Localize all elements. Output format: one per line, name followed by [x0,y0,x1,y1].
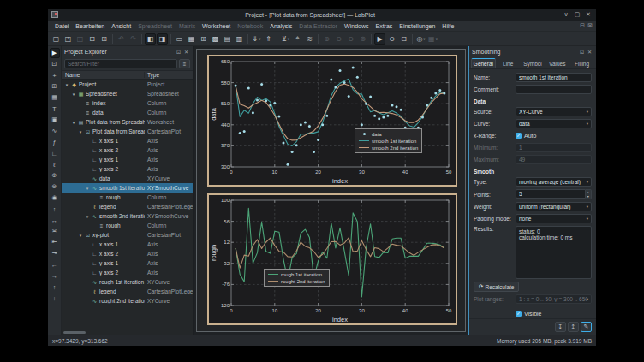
type-dropdown[interactable]: moving average (central)▾ [516,177,592,187]
zoom-fit-icon[interactable]: ◉ [50,193,60,203]
shift-down-icon[interactable]: ↓ [50,293,60,303]
tab-values[interactable]: Values [545,58,569,68]
close-panel-icon[interactable]: ✕ [182,49,190,55]
points-input[interactable] [516,189,586,199]
tab-symbol[interactable]: Symbol [521,58,546,68]
column-header-name[interactable]: Name [62,72,145,78]
tree-item-y-axis-1[interactable]: ∟y axis 1Axis [62,155,193,164]
points-decrement-icon[interactable]: ▾ [586,194,591,199]
tab-filling[interactable]: Filling [569,58,594,68]
add-text-label-icon[interactable]: T [50,104,60,114]
shift-right-icon[interactable]: → [50,270,60,281]
source-dropdown[interactable]: XY-Curve▾ [516,107,592,116]
filter-options-icon[interactable]: ≡ [179,59,190,68]
tree-item-index[interactable]: ≡indexColumn [62,98,193,108]
worksheet-view[interactable]: 01020304050300370440510580650indexdata d… [196,49,466,332]
new-script-icon[interactable]: ≋ [304,33,315,45]
zoom-fit-height-icon[interactable]: ↕ [50,204,60,214]
toolbar-overflow-icon[interactable]: ⊟ [580,22,585,29]
tree-item-xy-plot[interactable]: ▾⊡xy-plotCartesianPlot [62,230,193,240]
tree-item-data[interactable]: ∿dataXYCurve [62,174,193,183]
padding-mode-dropdown[interactable]: none▾ [516,214,592,223]
plot-rough-curves[interactable]: 01020304050-120-76-321256100indexrough r… [207,193,457,325]
auto-scale-x-icon[interactable]: ⇤ [50,237,60,247]
curve-dropdown[interactable]: data▾ [516,119,592,128]
title-bar[interactable]: Project - [Plot data from Spreadsheet] —… [48,9,596,21]
menu-bearbeiten[interactable]: Bearbeiten [72,22,108,30]
expander-icon[interactable]: ▾ [85,186,90,191]
close-button[interactable]: ✕ [584,11,593,18]
menu-einstellungen[interactable]: Einstellungen [396,22,438,30]
expander-icon[interactable]: ▾ [78,129,83,134]
tree-item-rough[interactable]: ≡roughColumn [62,221,193,230]
auto-scale-icon[interactable]: ≍ [50,226,60,236]
horizontal-scrollbar[interactable] [62,329,193,335]
open-project-icon[interactable]: ◳ [63,33,74,45]
shift-up-icon[interactable]: ↑ [50,282,60,292]
new-datapicker-icon[interactable]: ⌖ [292,33,303,45]
tree-item-x-axis-2[interactable]: ∟x axis 2Axis [62,145,193,155]
tree-item-y-axis-2[interactable]: ∟y axis 2Axis [62,268,193,277]
zoom-fit-width-icon[interactable]: ↔ [50,215,60,225]
comment-input[interactable] [516,85,592,94]
tree-item-smooth-2nd-iteration[interactable]: ▾∿smooth 2nd iterationXYSmoothCurve [62,211,193,221]
new-worksheet-icon[interactable]: ▤ [222,33,233,45]
new-project-icon[interactable]: ▢ [51,33,62,45]
plot-legend[interactable]: datasmooth 1st iterationsmooth 2nd itera… [355,128,422,153]
add-axis-icon[interactable]: ∟ [50,148,60,158]
tree-item-x-axis-1[interactable]: ∟x axis 1Axis [62,240,193,249]
magnification-dropdown-icon[interactable]: ◎▾ [415,33,426,45]
plot-legend[interactable]: rough 1st iterationrought 2nd iteration [264,269,330,287]
shift-left-icon[interactable]: ← [50,259,60,270]
select-region-icon[interactable]: ⊞ [50,81,60,92]
plot-smooth-curves[interactable]: 01020304050300370440510580650indexdata d… [207,55,457,187]
add-image-icon[interactable]: ▣ [50,115,60,125]
export-icon[interactable]: ⇑ [263,33,274,45]
save-as-default-icon[interactable]: ✎ [581,322,592,332]
add-legend-icon[interactable]: ℓ [50,159,60,169]
maximize-button[interactable]: ▢ [573,11,581,18]
tree-item-spreadsheet[interactable]: ▾▦SpreadsheetSpreadsheet [62,89,193,98]
toggle-project-explorer-icon[interactable]: ◧ [145,33,156,45]
add-plot-icon[interactable]: ▦ [50,92,60,103]
float-panel-icon[interactable]: ⊡ [175,49,182,55]
load-configuration-icon[interactable]: ↧ [555,322,566,332]
new-spreadsheet-icon[interactable]: ⊞ [198,33,209,45]
tree-item-x-axis-1[interactable]: ∟x axis 1Axis [62,136,193,145]
auto-scale-y-icon[interactable]: ⇥ [50,248,60,258]
new-matrix-icon[interactable]: ▩ [210,33,221,45]
close-panel-icon[interactable]: ✕ [586,49,593,55]
smoothing-dock-header[interactable]: Smoothing ⊡✕ [469,46,596,57]
expander-icon[interactable]: ▾ [64,82,69,87]
scrollbar-thumb[interactable] [63,331,86,334]
print-icon[interactable]: ⊟ [86,33,98,45]
menu-datei[interactable]: Datei [51,22,72,30]
expander-icon[interactable]: ▾ [85,214,90,219]
weight-dropdown[interactable]: uniform (rectangular)▾ [516,202,592,211]
new-notebook-icon[interactable]: ▥ [234,33,245,45]
float-panel-icon[interactable]: ⊡ [578,49,586,55]
project-explorer-header[interactable]: Project Explorer ⊡✕ [62,46,193,57]
tree-item-rough-1st-iteration[interactable]: ∿rough 1st iterationXYCurve [62,277,193,287]
tree-item-legend[interactable]: ℓlegendCartesianPlotLegend [62,287,193,296]
minimize-button[interactable]: ∨ [562,11,570,18]
zoom-in-icon[interactable]: ⊕ [50,170,60,181]
menu-extras[interactable]: Extras [372,22,396,30]
menu-windows[interactable]: Windows [341,22,372,30]
navigate-icon[interactable]: ▶ [50,48,60,58]
tree-item-project[interactable]: ▾◆ProjectProject [62,80,193,89]
expander-icon[interactable]: ▾ [71,92,76,97]
toggle-properties-explorer-icon[interactable]: ◨ [157,33,168,45]
zoom-out-icon[interactable]: ⊖ [50,181,60,192]
tree-item-smooth-1st-iteration[interactable]: ▾∿smooth 1st iterationXYSmoothCurve [62,183,193,193]
menu-worksheet[interactable]: Worksheet [199,22,234,30]
print-preview-icon[interactable]: ⊞ [98,33,110,45]
zoom-mode-icon[interactable]: ⊙ [386,33,397,45]
tree-item-rough[interactable]: ≡roughColumn [62,193,193,202]
recalculate-button[interactable]: ⟳Recalculate [474,282,519,292]
search-input[interactable] [64,59,177,68]
toolbar-close-icon[interactable]: ⊠ [587,22,593,29]
crosshair-icon[interactable]: + [50,70,60,80]
tab-general[interactable]: General [471,58,496,68]
save-configuration-icon[interactable]: ↥ [568,322,579,332]
